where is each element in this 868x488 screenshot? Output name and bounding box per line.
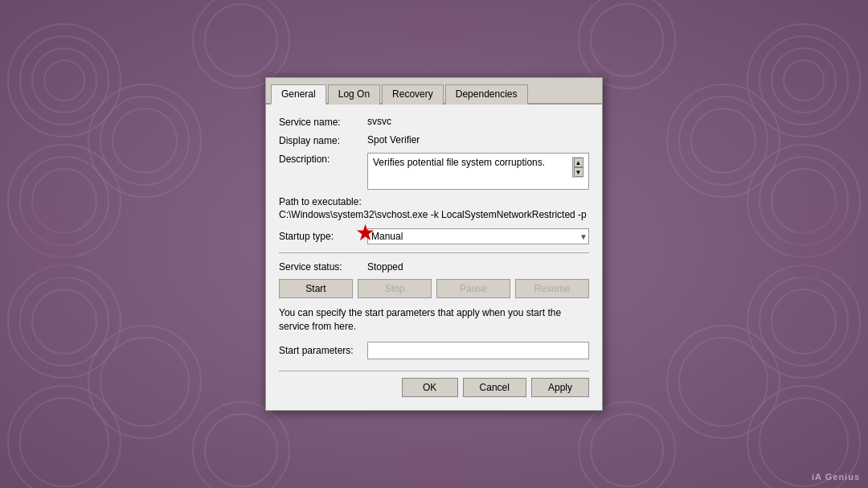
resume-button[interactable]: Resume — [515, 279, 589, 298]
tab-dependencies[interactable]: Dependencies — [445, 84, 528, 105]
svg-point-15 — [88, 326, 201, 438]
path-section: Path to executable: C:\Windows\system32\… — [279, 196, 589, 220]
startup-type-label: Startup type: — [279, 231, 367, 242]
svg-point-25 — [760, 277, 848, 366]
service-name-value: svsvc — [367, 116, 589, 127]
svg-point-12 — [88, 84, 201, 197]
svg-point-7 — [8, 265, 121, 378]
svg-point-21 — [747, 145, 860, 257]
svg-point-11 — [20, 398, 108, 486]
divider-1 — [279, 252, 589, 253]
svg-point-26 — [772, 289, 836, 354]
svg-point-41 — [591, 414, 663, 486]
svg-point-36 — [579, 0, 675, 88]
service-status-value: Stopped — [367, 261, 403, 273]
description-label: Description: — [279, 153, 367, 165]
startup-type-container: Manual Automatic Automatic (Delayed Star… — [367, 228, 589, 244]
svg-point-6 — [32, 169, 96, 233]
svg-point-40 — [579, 402, 675, 488]
info-text: You can specify the start parameters tha… — [279, 306, 589, 334]
stop-button[interactable]: Stop — [358, 279, 432, 298]
svg-point-37 — [591, 4, 663, 76]
description-row: Description: Verifies potential file sys… — [279, 153, 589, 190]
tab-recovery[interactable]: Recovery — [382, 84, 444, 105]
tab-general[interactable]: General — [271, 84, 326, 105]
service-properties-dialog: General Log On Recovery Dependencies Ser… — [265, 77, 603, 411]
svg-point-13 — [100, 96, 189, 185]
service-name-label: Service name: — [279, 116, 367, 128]
svg-point-44 — [390, 0, 478, 48]
svg-point-29 — [667, 84, 780, 197]
service-status-row: Service status: Stopped — [279, 261, 589, 273]
svg-point-32 — [667, 326, 780, 438]
svg-point-17 — [747, 24, 860, 137]
display-name-value: Spot Verifier — [367, 134, 589, 146]
svg-point-8 — [20, 277, 108, 366]
ok-button[interactable]: OK — [402, 378, 458, 397]
svg-point-3 — [44, 60, 84, 100]
svg-point-9 — [32, 289, 96, 354]
svg-point-16 — [100, 338, 189, 426]
start-parameters-input[interactable] — [367, 342, 589, 359]
svg-point-45 — [390, 440, 478, 488]
start-parameters-row: Start parameters: — [279, 342, 589, 359]
svg-point-43 — [778, 190, 861, 292]
start-parameters-label: Start parameters: — [279, 345, 367, 356]
svg-point-0 — [8, 24, 121, 137]
watermark: iA Genius — [812, 472, 860, 482]
svg-point-42 — [6, 190, 89, 292]
startup-type-row: Startup type: Manual Automatic Automatic… — [279, 228, 589, 244]
dialog-content: Service name: svsvc Display name: Spot V… — [266, 105, 602, 410]
svg-point-1 — [20, 36, 108, 125]
description-text: Verifies potential file system corruptio… — [373, 157, 572, 168]
display-name-label: Display name: — [279, 134, 367, 146]
start-button[interactable]: Start — [279, 279, 353, 298]
svg-point-31 — [691, 109, 755, 173]
action-buttons: OK Cancel Apply — [279, 378, 589, 400]
pause-button[interactable]: Pause — [436, 279, 510, 298]
svg-point-30 — [679, 96, 768, 185]
apply-button[interactable]: Apply — [531, 378, 589, 397]
svg-point-38 — [193, 402, 289, 488]
svg-point-33 — [679, 338, 768, 426]
description-scrollbar[interactable]: ▲ ▼ — [572, 157, 583, 178]
cancel-button[interactable]: Cancel — [463, 378, 526, 397]
svg-point-22 — [760, 157, 848, 245]
divider-2 — [279, 371, 589, 371]
path-label: Path to executable: — [279, 196, 589, 207]
svg-point-24 — [747, 265, 860, 378]
service-control-buttons: Start Stop Pause Resume — [279, 279, 589, 298]
svg-point-20 — [784, 60, 824, 100]
svg-point-18 — [760, 36, 848, 125]
svg-point-23 — [772, 169, 836, 233]
tab-logon[interactable]: Log On — [328, 84, 380, 105]
svg-point-34 — [193, 0, 289, 88]
service-name-row: Service name: svsvc — [279, 116, 589, 128]
svg-point-14 — [113, 109, 177, 173]
svg-point-19 — [772, 48, 836, 113]
service-status-label: Service status: — [279, 261, 367, 273]
path-value: C:\Windows\system32\svchost.exe -k Local… — [279, 209, 589, 220]
scrollbar-down-button[interactable]: ▼ — [574, 167, 583, 177]
tab-bar: General Log On Recovery Dependencies — [266, 78, 602, 105]
svg-point-4 — [8, 145, 121, 257]
svg-point-2 — [32, 48, 96, 113]
svg-point-10 — [8, 386, 121, 488]
startup-type-select[interactable]: Manual Automatic Automatic (Delayed Star… — [367, 228, 589, 244]
scrollbar-up-button[interactable]: ▲ — [574, 158, 583, 167]
svg-point-35 — [205, 4, 277, 76]
svg-point-39 — [205, 414, 277, 486]
svg-point-5 — [20, 157, 108, 245]
description-box: Verifies potential file system corruptio… — [367, 153, 589, 190]
display-name-row: Display name: Spot Verifier — [279, 134, 589, 146]
